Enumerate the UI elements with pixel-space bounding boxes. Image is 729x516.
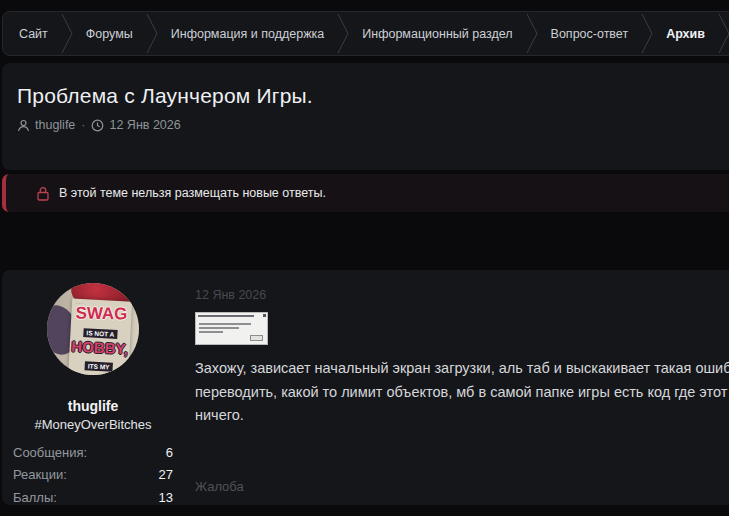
user-icon xyxy=(17,119,30,132)
avatar-text-isnota: IS NOT A xyxy=(83,328,117,339)
breadcrumb-item-info-support[interactable]: Информация и поддержка xyxy=(158,27,337,41)
avatar[interactable]: ... SWAG IS NOT A HOBBY, ITS MY OCCUPAT xyxy=(47,283,139,375)
stat-value: 6 xyxy=(166,445,173,460)
notice-text: В этой теме нельзя размещать новые ответ… xyxy=(59,186,326,200)
post-author-username[interactable]: thuglife xyxy=(2,398,184,414)
post-body-line: переводить, какой то лимит объектов, мб … xyxy=(195,381,729,405)
lock-icon xyxy=(36,186,50,201)
clock-icon xyxy=(91,119,104,132)
attached-error-screenshot[interactable] xyxy=(195,312,268,345)
post-body-line: ничего. xyxy=(195,404,729,428)
avatar-poster: ... SWAG IS NOT A HOBBY, ITS MY OCCUPAT xyxy=(68,298,132,375)
screenshot-titlebar xyxy=(198,315,254,317)
stat-label: Реакции: xyxy=(13,467,67,482)
page-title: Проблема с Лаунчером Игры. xyxy=(17,84,729,108)
post-body-line: Захожу, зависает начальный экран загрузк… xyxy=(195,357,729,381)
thread-header: Проблема с Лаунчером Игры. thuglife · 12… xyxy=(2,63,729,170)
screenshot-ok-button xyxy=(250,335,263,341)
breadcrumb: Сайт Форумы Информация и поддержка Инфор… xyxy=(2,11,729,56)
locked-thread-notice: В этой теме нельзя размещать новые ответ… xyxy=(2,174,729,212)
breadcrumb-separator-icon xyxy=(61,12,73,55)
breadcrumb-separator-icon xyxy=(526,12,538,55)
thread-author[interactable]: thuglife xyxy=(35,118,75,132)
breadcrumb-separator-icon xyxy=(718,12,729,55)
stat-row-points: Баллы: 13 xyxy=(13,486,173,509)
avatar-text-hobby: HOBBY, xyxy=(69,339,130,356)
screenshot-text-line xyxy=(199,323,251,325)
stat-row-messages: Сообщения: 6 xyxy=(13,441,173,464)
thread-meta: thuglife · 12 Янв 2026 xyxy=(17,118,729,132)
post: ... SWAG IS NOT A HOBBY, ITS MY OCCUPAT … xyxy=(2,270,729,505)
screenshot-text-line xyxy=(199,331,223,333)
screenshot-close-icon xyxy=(263,314,266,317)
stat-label: Баллы: xyxy=(13,490,57,505)
author-stats: Сообщения: 6 Реакции: 27 Баллы: 13 xyxy=(13,441,173,509)
breadcrumb-separator-icon xyxy=(641,12,653,55)
breadcrumb-separator-icon xyxy=(337,12,349,55)
stat-row-reactions: Реакции: 27 xyxy=(13,464,173,487)
post-author-tagline: #MoneyOverBitches xyxy=(2,417,184,432)
post-date: 12 Янв 2026 xyxy=(195,288,266,302)
thread-date: 12 Янв 2026 xyxy=(109,118,180,132)
breadcrumb-separator-icon xyxy=(146,12,158,55)
breadcrumb-item-site[interactable]: Сайт xyxy=(6,27,61,41)
avatar-text-swag: SWAG xyxy=(71,306,131,323)
stat-value: 27 xyxy=(159,467,173,482)
post-body: Захожу, зависает начальный экран загрузк… xyxy=(195,357,729,428)
stat-value: 13 xyxy=(159,490,173,505)
stat-label: Сообщения: xyxy=(13,445,87,460)
meta-separator: · xyxy=(80,118,86,132)
breadcrumb-item-archive[interactable]: Архив xyxy=(653,27,718,41)
report-link[interactable]: Жалоба xyxy=(195,479,244,494)
screenshot-text-line xyxy=(199,327,239,329)
breadcrumb-item-info-section[interactable]: Информационный раздел xyxy=(349,27,525,41)
breadcrumb-item-forums[interactable]: Форумы xyxy=(73,27,146,41)
avatar-text-itsmy: ITS MY xyxy=(85,361,113,371)
breadcrumb-item-qa[interactable]: Вопрос-ответ xyxy=(538,27,642,41)
